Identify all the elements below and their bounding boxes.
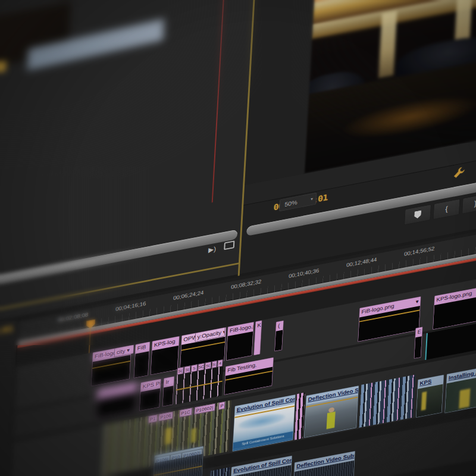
machinery-detail xyxy=(421,392,427,411)
play-in-to-out-icon[interactable]: ▶) xyxy=(208,244,221,256)
timeline-clip[interactable]: Ir xyxy=(162,376,174,407)
chevron-down-icon: ▾ xyxy=(311,194,314,205)
clip-label: K xyxy=(255,321,262,331)
clip-thumbnail xyxy=(416,384,443,418)
timeline-clip[interactable]: FiB xyxy=(133,342,150,378)
mark-in-icon: { xyxy=(445,205,448,213)
add-marker-button[interactable] xyxy=(404,204,431,226)
mark-out-button[interactable]: } xyxy=(462,193,476,215)
editor-workspace: ▶) 00;02;55;01 50% ▾ xyxy=(0,0,476,476)
station-pillar xyxy=(378,11,397,78)
settings-wrench-icon[interactable] xyxy=(452,166,465,180)
mark-out-icon: } xyxy=(474,199,476,208)
slide-swoosh xyxy=(239,411,286,432)
fx-badge-icon[interactable]: ▾ xyxy=(415,297,419,306)
hi-vis-figure xyxy=(165,427,171,444)
source-playhead-line[interactable] xyxy=(212,0,228,202)
mark-in-button[interactable]: { xyxy=(433,199,460,220)
clip-label-tab[interactable]: P xyxy=(218,401,226,410)
clip-label-tab[interactable]: P1C xyxy=(179,408,192,418)
source-zoom-scrollbar[interactable] xyxy=(0,230,237,289)
timeline-clip-kps[interactable]: KPS xyxy=(415,374,444,418)
source-timecode-blob xyxy=(0,61,6,73)
clip-label-tab[interactable]: P1 xyxy=(148,414,158,424)
timeline-clip[interactable]: KPS-log xyxy=(150,336,180,375)
yellow-machinery xyxy=(459,389,470,409)
hi-vis-vest xyxy=(327,412,336,430)
timeline-clip[interactable]: FiB-logo.pni xyxy=(226,322,254,361)
zoom-level-value: 50% xyxy=(284,199,298,208)
program-monitor-panel: 00;02;55;01 50% ▾ { } ◀ ◄◄ xyxy=(239,0,476,274)
overwrite-icon[interactable] xyxy=(224,240,234,250)
marker-icon xyxy=(414,210,421,219)
timeline-clip[interactable]: KPS Pi xyxy=(139,378,162,411)
hi-vis-figure xyxy=(191,428,196,443)
